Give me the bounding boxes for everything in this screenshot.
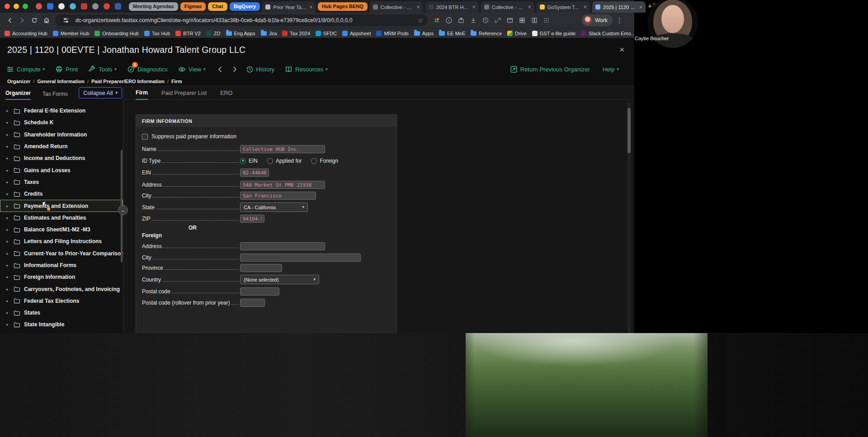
address-bar[interactable]: dc-organizertoweb.fasttax.com/ngClient/o… (55, 14, 428, 26)
radio-ein[interactable]: EIN (240, 158, 258, 164)
resources-button[interactable]: Resources▾ (285, 66, 328, 73)
browser-tab[interactable]: GoSystem Tax RS × (537, 1, 590, 13)
bookmark-item[interactable]: Slack Custom Emo... (581, 31, 634, 36)
bookmark-item[interactable]: SFDC (316, 31, 337, 36)
reload-button[interactable] (28, 14, 40, 27)
sidebar-item-federal-e-file-extension[interactable]: ▸Federal E-file Extension (0, 105, 123, 117)
name-input[interactable] (240, 145, 325, 153)
url-text[interactable]: dc-organizertoweb.fasttax.com/ngClient/o… (75, 17, 414, 23)
bookmark-item[interactable]: Reference (471, 31, 502, 36)
print-button[interactable]: Print (55, 66, 78, 73)
breadcrumb-firm[interactable]: Firm (171, 79, 182, 84)
collapse-all-button[interactable]: Collapse All▾ (79, 87, 122, 99)
foreign-city-input[interactable] (240, 254, 361, 262)
pinned-tab-icon[interactable] (70, 3, 76, 9)
bookmark-item[interactable]: Appsheet (342, 31, 371, 36)
radio-applied-for[interactable]: Applied for (267, 158, 302, 164)
info-icon[interactable] (443, 14, 455, 27)
tab-firm[interactable]: Firm (136, 89, 148, 100)
sidebar-item-carryovers-footnotes-and-invoicing[interactable]: ▸Carryovers, Footnotes, and Invoicing (0, 283, 123, 295)
bookmark-item[interactable]: Eng Apps (226, 31, 255, 36)
pinned-tab-icon[interactable] (47, 3, 53, 9)
bookmark-item[interactable]: Apps (414, 31, 434, 36)
sidebar-item-shareholder-information[interactable]: ▸Shareholder Information (0, 129, 123, 141)
window-icon[interactable] (504, 14, 516, 27)
breadcrumb-organizer[interactable]: Organizer (7, 79, 30, 84)
pinned-tab-icon[interactable] (115, 3, 121, 9)
grid-icon[interactable] (516, 14, 528, 27)
browser-tab[interactable]: Collective - Focu... × (481, 1, 534, 13)
tab-close-icon[interactable]: × (309, 5, 312, 10)
sidebar-item-balance-sheet-m1-m2-m3[interactable]: ▸Balance Sheet/M1-M2 -M3 (0, 224, 123, 235)
tab-close-icon[interactable]: × (584, 5, 587, 10)
sidebar-item-letters-and-filing-instructions[interactable]: ▸Letters and Filing Instructions (0, 235, 123, 247)
bookmark-item[interactable]: ZD (206, 31, 221, 36)
pinned-tab-icon[interactable] (81, 3, 87, 9)
tab-close-icon[interactable]: × (472, 5, 476, 10)
sidebar-item-state-intangible[interactable]: ▸State Intangible (0, 319, 123, 330)
return-previous-organizer-button[interactable]: Return Previous Organizer (510, 66, 590, 73)
main-scrollbar-thumb[interactable] (627, 108, 631, 153)
pinned-tab-icon[interactable] (58, 3, 65, 9)
ein-input[interactable] (240, 169, 269, 177)
history-button[interactable]: History (246, 66, 274, 73)
browser-tab[interactable]: Collective - Focu... × (370, 1, 423, 13)
pinned-tab-icon[interactable] (36, 3, 42, 9)
zip-input[interactable] (240, 215, 264, 223)
nav-back-button[interactable] (216, 66, 224, 73)
breadcrumb-general-information[interactable]: General Information (37, 79, 85, 84)
columns-icon[interactable] (528, 14, 540, 27)
tab-close-icon[interactable]: × (528, 5, 531, 10)
bookmark-item[interactable]: GST e-file guide (532, 31, 576, 36)
sidebar-item-current-year-to-prior-year-comparison[interactable]: ▸Current-Year to Prior-Year Comparison (0, 248, 123, 259)
history-clock-icon[interactable] (479, 14, 491, 27)
back-button[interactable] (4, 14, 16, 27)
sidebar-item-gains-and-losses[interactable]: ▸Gains and Losses (0, 164, 123, 176)
close-locator-button[interactable]: × (619, 46, 624, 54)
help-button[interactable]: Help▾ (603, 66, 619, 73)
window-close-button[interactable] (5, 4, 10, 9)
tools-button[interactable]: Tools▾ (88, 66, 117, 73)
sidebar-resize-handle[interactable]: ↔ (118, 205, 128, 215)
window-zoom-button[interactable] (23, 4, 28, 9)
forward-button[interactable] (16, 14, 28, 27)
tab-group-chat[interactable]: Chat (208, 2, 227, 11)
sidebar-item-estimates-and-penalties[interactable]: ▸Estimates and Penalties (0, 212, 123, 224)
main-scrollbar[interactable] (627, 103, 631, 333)
pinned-tab-icon[interactable] (104, 3, 110, 9)
suppress-paid-preparer-checkbox[interactable] (142, 134, 148, 140)
window-minimize-button[interactable] (14, 4, 19, 9)
tab-organizer[interactable]: Organizer (5, 90, 31, 100)
download-icon[interactable] (467, 14, 479, 27)
sidebar-item-taxes[interactable]: ▸Taxes (0, 176, 123, 188)
postal-rollover-input[interactable] (240, 299, 265, 307)
sidebar-item-foreign-information[interactable]: ▸Foreign Information (0, 271, 123, 283)
site-settings-icon[interactable] (60, 14, 72, 27)
browser-menu-button[interactable]: ⋮ (616, 16, 623, 24)
province-input[interactable] (240, 264, 282, 272)
sidebar-item-credits[interactable]: ▸Credits (0, 188, 123, 200)
bookmark-star-icon[interactable]: ☆ (417, 17, 423, 23)
bookmark-item[interactable]: Member Hub (53, 31, 90, 36)
sidebar-item-income-and-deductions[interactable]: ▸Income and Deductions (0, 152, 123, 164)
bookmark-item[interactable]: Accounting Hub (5, 31, 47, 36)
bookmark-item[interactable]: Onboarding Hub (94, 31, 139, 36)
profile-chip[interactable]: Work (581, 14, 613, 26)
tab-tax-forms[interactable]: Tax Forms (42, 91, 68, 100)
tab-group-figmas[interactable]: Figmas (180, 2, 206, 11)
bookmark-item[interactable]: Jira (261, 31, 277, 36)
tab-group-hub-pages-benq[interactable]: Hub Pages BENQ (318, 2, 368, 11)
apps-grid-icon[interactable] (540, 14, 552, 27)
tab-ero[interactable]: ERO (220, 90, 232, 99)
tab-close-icon[interactable]: × (639, 5, 642, 10)
nav-forward-button[interactable] (231, 66, 239, 73)
tab-group-meeting-agendas[interactable]: Meeting Agendas (129, 2, 178, 11)
sidebar-item-amended-return[interactable]: ▸Amended Return (0, 141, 123, 152)
browser-tab[interactable]: Prior Year Tax Re... × (262, 1, 316, 13)
pinned-tab-icon[interactable] (92, 3, 99, 9)
postal-code-input[interactable] (240, 287, 279, 296)
city-input[interactable] (240, 192, 316, 200)
breadcrumb-paid-preparer-ero[interactable]: Paid Preparer/ERO Information (91, 79, 165, 84)
radio-foreign[interactable]: Foreign (311, 158, 338, 164)
country-select[interactable]: (None selected)▾ (240, 275, 319, 284)
